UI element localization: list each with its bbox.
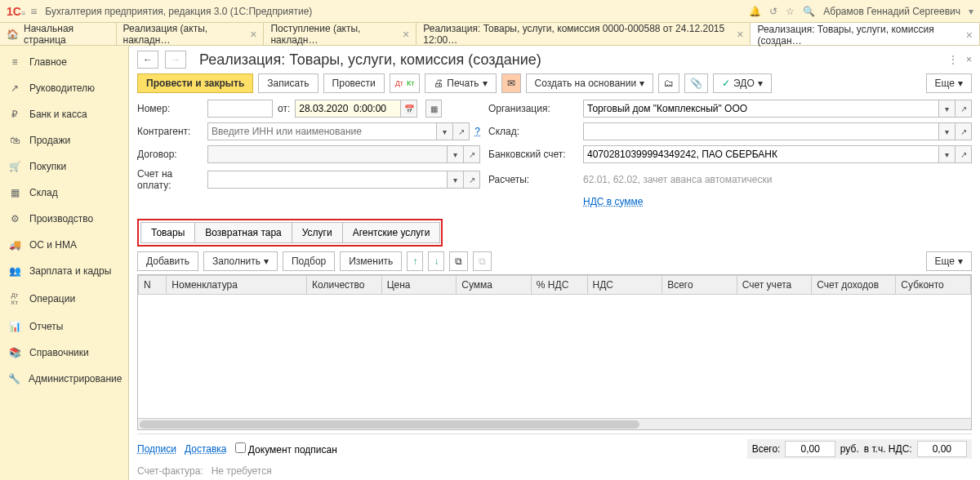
vat-link[interactable]: НДС в сумме [583, 196, 644, 207]
move-up-button[interactable]: ↑ [407, 251, 423, 271]
warehouse-input[interactable] [583, 122, 939, 140]
dtkt-button[interactable]: ДтКт [390, 73, 421, 93]
user-name[interactable]: Абрамов Геннадий Сергеевич [823, 6, 960, 17]
number-input[interactable] [207, 100, 273, 118]
invoice-select-button[interactable]: ▾ [448, 171, 464, 189]
sidebar-item-warehouse[interactable]: ▦Склад [0, 180, 128, 206]
col-account[interactable]: Счет учета [737, 276, 812, 295]
boxes-icon: ▦ [8, 187, 21, 198]
col-qty[interactable]: Количество [307, 276, 382, 295]
warehouse-open-button[interactable]: ↗ [956, 122, 972, 140]
date-input[interactable] [295, 100, 401, 118]
col-sum[interactable]: Сумма [457, 276, 532, 295]
doc-tab-services[interactable]: Услуги [292, 222, 343, 243]
pick-button[interactable]: Подбор [283, 251, 335, 271]
sidebar-item-admin[interactable]: 🔧Администрирование [0, 366, 128, 392]
tab-4[interactable]: Реализация: Товары, услуги, комиссия (со… [751, 23, 980, 45]
doc-tab-agent[interactable]: Агентские услуги [342, 222, 441, 243]
close-icon[interactable]: × [966, 29, 973, 42]
move-down-button[interactable]: ↓ [428, 251, 444, 271]
create-based-button[interactable]: Создать на основании ▾ [526, 73, 654, 93]
tab-2[interactable]: Поступление (акты, накладн…× [264, 23, 416, 45]
sign-link[interactable]: Подписи [137, 443, 176, 455]
save-button[interactable]: Записать [258, 73, 318, 93]
contragent-help[interactable]: ? [474, 126, 480, 137]
sidebar-item-refs[interactable]: 📚Справочники [0, 340, 128, 366]
signed-checkbox-label[interactable]: Документ подписан [235, 442, 337, 456]
bank-select-button[interactable]: ▾ [939, 145, 956, 163]
col-price[interactable]: Цена [381, 276, 457, 295]
sidebar-item-operations[interactable]: Дт КтОперации [0, 284, 128, 313]
forward-button[interactable]: → [165, 51, 186, 69]
post-close-button[interactable]: Провести и закрыть [137, 73, 253, 93]
paste-button[interactable]: ⧉ [473, 251, 492, 271]
contract-select-button[interactable]: ▾ [448, 145, 464, 163]
tab-3[interactable]: Реализация: Товары, услуги, комиссия 000… [416, 23, 751, 45]
org-select-button[interactable]: ▾ [939, 100, 956, 118]
back-button[interactable]: ← [137, 51, 158, 69]
col-subconto[interactable]: Субконто [896, 276, 971, 295]
col-nomenclature[interactable]: Номенклатура [167, 276, 307, 295]
col-total[interactable]: Всего [662, 276, 737, 295]
menu-icon[interactable]: ≡ [30, 5, 37, 18]
doc-tab-tare[interactable]: Возвратная тара [194, 222, 292, 243]
post-button[interactable]: Провести [323, 73, 385, 93]
history-icon[interactable]: ↺ [769, 6, 777, 17]
search-icon[interactable]: 🔍 [803, 6, 815, 17]
close-icon[interactable]: × [250, 28, 256, 41]
edo-button[interactable]: ✓ ЭДО ▾ [713, 73, 772, 93]
tab-home[interactable]: 🏠Начальная страница [0, 23, 117, 45]
calendar-button[interactable]: 📅 [401, 100, 417, 118]
star-icon[interactable]: ☆ [786, 6, 795, 17]
sidebar-item-sales[interactable]: 🛍Продажи [0, 127, 128, 153]
warehouse-select-button[interactable]: ▾ [939, 122, 956, 140]
edit-rows-button[interactable]: Изменить [340, 251, 402, 271]
more-button[interactable]: Еще ▾ [926, 73, 972, 93]
add-row-button[interactable]: Добавить [137, 251, 198, 271]
org-open-button[interactable]: ↗ [956, 100, 972, 118]
table-more-button[interactable]: Еще ▾ [926, 251, 972, 271]
sidebar-item-manager[interactable]: ↗Руководителю [0, 75, 128, 101]
org-input[interactable] [583, 100, 939, 118]
sidebar-item-assets[interactable]: 🚚ОС и НМА [0, 232, 128, 258]
print-button[interactable]: 🖨Печать ▾ [425, 73, 496, 93]
attach-button[interactable]: 📎 [684, 73, 708, 93]
sidebar-item-salary[interactable]: 👥Зарплата и кадры [0, 258, 128, 284]
signed-checkbox[interactable] [235, 442, 246, 453]
contragent-input[interactable] [207, 122, 437, 140]
invoice-open-button[interactable]: ↗ [464, 171, 480, 189]
dtkt-icon: Дт Кт [8, 291, 21, 306]
sidebar-item-bank[interactable]: ₽Банк и касса [0, 101, 128, 127]
delivery-link[interactable]: Доставка [185, 443, 227, 455]
col-income-account[interactable]: Счет доходов [812, 276, 896, 295]
contragent-select-button[interactable]: ▾ [437, 122, 453, 140]
invoice-input[interactable] [207, 171, 448, 189]
bank-open-button[interactable]: ↗ [956, 145, 972, 163]
fill-button[interactable]: Заполнить ▾ [203, 251, 278, 271]
kebab-icon[interactable]: ⋮ [948, 54, 958, 65]
sidebar-item-purchases[interactable]: 🛒Покупки [0, 153, 128, 180]
contract-open-button[interactable]: ↗ [464, 145, 480, 163]
horizontal-scrollbar[interactable] [138, 418, 971, 429]
sidebar-item-main[interactable]: ≡Главное [0, 49, 128, 75]
table[interactable]: N Номенклатура Количество Цена Сумма % Н… [137, 274, 972, 430]
tab-1[interactable]: Реализация (акты, накладн…× [117, 23, 265, 45]
sidebar-item-reports[interactable]: 📊Отчеты [0, 313, 128, 340]
doc-tab-goods[interactable]: Товары [140, 222, 195, 243]
structure-button[interactable]: 🗂 [658, 73, 679, 93]
close-icon[interactable]: × [403, 28, 409, 41]
bell-icon[interactable]: 🔔 [749, 6, 761, 17]
col-vat-pct[interactable]: % НДС [531, 276, 587, 295]
close-page-icon[interactable]: × [966, 54, 972, 65]
copy-button[interactable]: ⧉ [449, 251, 468, 271]
col-vat[interactable]: НДС [587, 276, 662, 295]
contragent-open-button[interactable]: ↗ [453, 122, 470, 140]
bank-input[interactable] [583, 145, 939, 163]
sidebar-item-production[interactable]: ⚙Производство [0, 206, 128, 232]
col-n[interactable]: N [139, 276, 167, 295]
close-icon[interactable]: × [737, 28, 743, 41]
collapse-icon[interactable]: ▾ [969, 6, 973, 17]
vat-total-value: 0,00 [917, 441, 967, 457]
date-extra-button[interactable]: ▦ [425, 100, 442, 118]
mail-button[interactable]: ✉ [501, 73, 521, 93]
